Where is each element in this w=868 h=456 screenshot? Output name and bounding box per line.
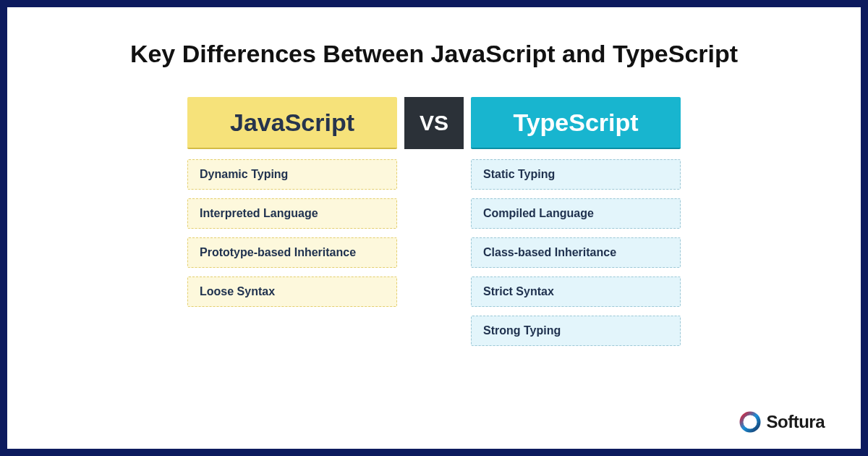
vs-badge: VS <box>404 97 464 149</box>
list-item: Compiled Language <box>471 198 681 229</box>
list-item: Class-based Inheritance <box>471 237 681 268</box>
list-item: Dynamic Typing <box>187 159 397 190</box>
javascript-header: JavaScript <box>187 97 397 149</box>
javascript-list: Dynamic Typing Interpreted Language Prot… <box>187 159 397 346</box>
list-item: Prototype-based Inheritance <box>187 237 397 268</box>
diagram-frame: Key Differences Between JavaScript and T… <box>0 0 868 456</box>
list-item: Strict Syntax <box>471 276 681 307</box>
page-title: Key Differences Between JavaScript and T… <box>43 40 825 68</box>
list-item: Strong Typing <box>471 316 681 346</box>
comparison-lists: Dynamic Typing Interpreted Language Prot… <box>43 159 825 346</box>
middle-spacer <box>404 159 464 346</box>
typescript-list: Static Typing Compiled Language Class-ba… <box>471 159 681 346</box>
typescript-header: TypeScript <box>471 97 681 149</box>
brand-logo: Softura <box>739 411 825 433</box>
list-item: Interpreted Language <box>187 198 397 229</box>
list-item: Static Typing <box>471 159 681 190</box>
list-item: Loose Syntax <box>187 276 397 307</box>
brand-name: Softura <box>767 412 825 432</box>
svg-point-0 <box>741 413 759 431</box>
comparison-header-row: JavaScript VS TypeScript <box>43 97 825 149</box>
brand-logo-icon <box>739 411 761 433</box>
